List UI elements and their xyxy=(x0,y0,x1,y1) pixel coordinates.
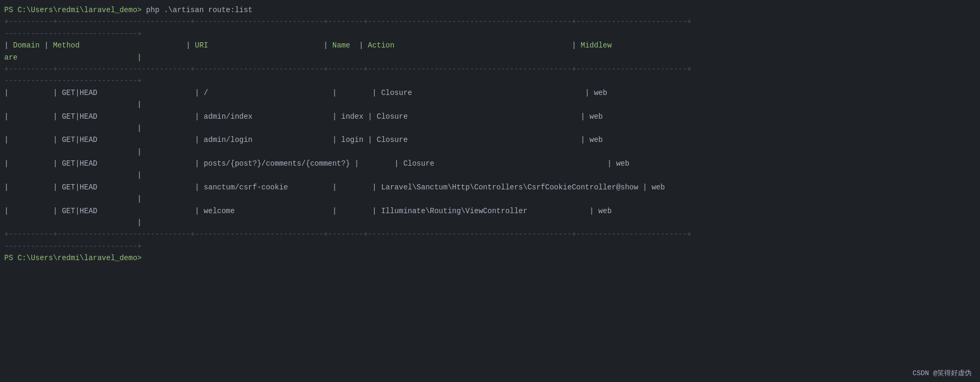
separator-top-1: +----------+----------------------------… xyxy=(0,16,980,27)
table-row-cont: | xyxy=(0,169,980,181)
table-row: | | GET|HEAD | welcome | | Illuminate\Ro… xyxy=(0,205,980,217)
table-row-cont: | xyxy=(0,122,980,134)
separator-top-2: ------------------------------+ xyxy=(0,28,980,40)
separator-header-1: +----------+----------------------------… xyxy=(0,63,980,75)
table-row-cont: | xyxy=(0,146,980,158)
table-row-cont: | xyxy=(0,217,980,228)
table-row: | | GET|HEAD | / | | Closure | web xyxy=(0,87,980,99)
separator-header-2: ------------------------------+ xyxy=(0,75,980,87)
prompt: PS C:\Users\redmi\laravel_demo> xyxy=(4,6,141,14)
table-row: | | GET|HEAD | admin/login | login | Clo… xyxy=(0,134,980,146)
final-prompt: PS C:\Users\redmi\laravel_demo> xyxy=(4,254,141,262)
table-header: | Domain | Method | URI | Name | Action … xyxy=(0,40,980,51)
command-line: PS C:\Users\redmi\laravel_demo> php .\ar… xyxy=(0,4,980,16)
separator-bottom-2: ------------------------------+ xyxy=(0,241,980,252)
table-row: | | GET|HEAD | posts/{post?}/comments/{c… xyxy=(0,158,980,169)
table-row: | | GET|HEAD | admin/index | index | Clo… xyxy=(0,111,980,122)
final-prompt-line: PS C:\Users\redmi\laravel_demo> xyxy=(0,252,980,264)
command-text: php .\artisan route:list xyxy=(141,6,252,14)
table-row-cont: | xyxy=(0,99,980,110)
terminal-window: PS C:\Users\redmi\laravel_demo> php .\ar… xyxy=(0,0,980,382)
table-row: | | GET|HEAD | sanctum/csrf-cookie | | L… xyxy=(0,182,980,193)
separator-bottom-1: +----------+----------------------------… xyxy=(0,228,980,240)
watermark: CSDN @笑得好虚伪 xyxy=(912,368,972,378)
header-middleware-cont: are | xyxy=(0,52,980,63)
table-row-cont: | xyxy=(0,193,980,205)
